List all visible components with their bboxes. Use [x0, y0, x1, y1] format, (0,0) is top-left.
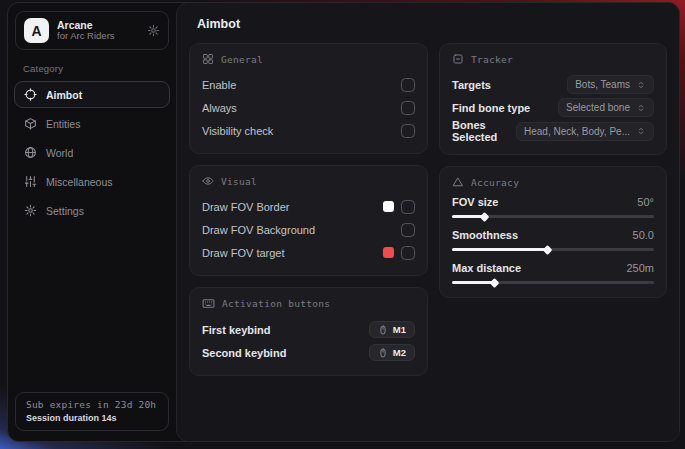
- entities-icon: [24, 117, 37, 130]
- slider-thumb[interactable]: [490, 278, 500, 288]
- visibility-check-checkbox[interactable]: [401, 124, 415, 138]
- sidebar: A Arcane for Arc Riders Category Aimbot: [8, 3, 176, 441]
- visual-card: Visual Draw FOV Border Draw FOV Backgrou…: [189, 165, 428, 276]
- sidebar-item-aimbot[interactable]: Aimbot: [14, 81, 170, 108]
- sidebar-item-settings[interactable]: Settings: [14, 197, 170, 224]
- setting-label: Always: [202, 102, 237, 114]
- sidebar-item-label: Miscellaneous: [46, 176, 113, 188]
- setting-row: First keybind M1: [202, 318, 415, 341]
- app-title-block: Arcane for Arc Riders: [57, 19, 139, 42]
- setting-label: Smoothness: [452, 229, 518, 241]
- setting-label: Draw FOV Background: [202, 224, 315, 236]
- fov-size-slider[interactable]: [452, 215, 654, 218]
- setting-label: Targets: [452, 79, 491, 91]
- setting-row: Enable: [202, 73, 415, 96]
- general-card: General Enable Always Visibility check: [189, 43, 428, 154]
- second-keybind-button[interactable]: M2: [369, 344, 415, 361]
- keybind-value: M2: [393, 347, 406, 358]
- sidebar-item-entities[interactable]: Entities: [14, 110, 170, 137]
- chevrons-up-down-icon: [636, 126, 646, 136]
- setting-label: First keybind: [202, 324, 270, 336]
- dropdown-value: Bots, Teams: [575, 79, 630, 90]
- sidebar-item-label: Entities: [46, 118, 80, 130]
- sidebar-item-miscellaneous[interactable]: Miscellaneous: [14, 168, 170, 195]
- setting-row: Find bone type Selected bone: [452, 96, 654, 119]
- fov-size-setting: FOV size 50°: [452, 196, 654, 218]
- setting-label: Bones Selected: [452, 119, 516, 143]
- bones-selected-dropdown[interactable]: Head, Neck, Body, Pe...: [516, 122, 654, 141]
- slider-value: 50°: [637, 196, 654, 208]
- sidebar-item-label: Aimbot: [46, 89, 82, 101]
- keybind-value: M1: [393, 324, 406, 335]
- fov-border-color-swatch[interactable]: [383, 201, 394, 212]
- globe-icon: [24, 146, 37, 159]
- setting-label: FOV size: [452, 196, 498, 208]
- setting-row: Draw FOV target: [202, 241, 415, 264]
- always-checkbox[interactable]: [401, 101, 415, 115]
- fov-target-color-swatch[interactable]: [383, 247, 394, 258]
- triangle-icon: [452, 176, 464, 188]
- targets-dropdown[interactable]: Bots, Teams: [567, 75, 654, 94]
- mouse-icon: [378, 348, 388, 358]
- setting-row: Visibility check: [202, 119, 415, 142]
- max-distance-slider[interactable]: [452, 281, 654, 284]
- max-distance-setting: Max distance 250m: [452, 262, 654, 284]
- find-bone-type-dropdown[interactable]: Selected bone: [558, 98, 654, 117]
- enable-checkbox[interactable]: [401, 78, 415, 92]
- slider-value: 250m: [626, 262, 654, 274]
- setting-row: Second keybind M2: [202, 341, 415, 364]
- crosshair-icon: [24, 88, 37, 101]
- setting-row: Always: [202, 96, 415, 119]
- chevrons-up-down-icon: [636, 103, 646, 113]
- activation-card: Activation buttons First keybind M1 Seco…: [189, 287, 428, 376]
- chevrons-up-down-icon: [636, 80, 646, 90]
- card-title: Activation buttons: [222, 298, 330, 309]
- draw-fov-target-checkbox[interactable]: [401, 246, 415, 260]
- app-subtitle: for Arc Riders: [57, 31, 139, 42]
- accuracy-card: Accuracy FOV size 50°: [439, 166, 667, 298]
- draw-fov-border-checkbox[interactable]: [401, 200, 415, 214]
- tracker-card: Tracker Targets Bots, Teams Find bone ty…: [439, 43, 667, 155]
- card-title: Tracker: [471, 54, 513, 65]
- app-logo: A: [24, 18, 49, 43]
- smoothness-slider[interactable]: [452, 248, 654, 251]
- setting-label: Enable: [202, 79, 236, 91]
- page-title: Aimbot: [197, 17, 667, 31]
- dropdown-value: Selected bone: [566, 102, 630, 113]
- draw-fov-background-checkbox[interactable]: [401, 223, 415, 237]
- grid-icon: [202, 53, 214, 65]
- setting-row: Bones Selected Head, Neck, Body, Pe...: [452, 119, 654, 143]
- dropdown-value: Head, Neck, Body, Pe...: [524, 126, 630, 137]
- setting-label: Second keybind: [202, 347, 286, 359]
- scan-icon: [452, 53, 464, 65]
- eye-icon: [202, 175, 214, 187]
- app-logo-card: A Arcane for Arc Riders: [15, 11, 169, 50]
- session-duration-text: Session duration 14s: [26, 413, 158, 423]
- setting-row: Draw FOV Border: [202, 195, 415, 218]
- smoothness-setting: Smoothness 50.0: [452, 229, 654, 251]
- mouse-icon: [378, 325, 388, 335]
- gear-icon: [24, 204, 37, 217]
- slider-thumb[interactable]: [480, 212, 490, 222]
- sidebar-item-world[interactable]: World: [14, 139, 170, 166]
- setting-row: Draw FOV Background: [202, 218, 415, 241]
- slider-value: 50.0: [633, 229, 654, 241]
- sidebar-item-label: Settings: [46, 205, 84, 217]
- setting-label: Find bone type: [452, 102, 530, 114]
- card-title: Visual: [221, 176, 257, 187]
- sidebar-nav: Aimbot Entities World Miscellaneous: [14, 81, 170, 224]
- sidebar-item-label: World: [46, 147, 73, 159]
- setting-label: Max distance: [452, 262, 521, 274]
- setting-label: Visibility check: [202, 125, 273, 137]
- sliders-icon: [24, 175, 37, 188]
- setting-label: Draw FOV target: [202, 247, 285, 259]
- setting-row: Targets Bots, Teams: [452, 73, 654, 96]
- first-keybind-button[interactable]: M1: [369, 321, 415, 338]
- card-title: Accuracy: [471, 177, 519, 188]
- slider-thumb[interactable]: [542, 245, 552, 255]
- gear-icon[interactable]: [147, 24, 160, 37]
- card-title: General: [221, 54, 263, 65]
- category-label: Category: [23, 63, 170, 74]
- app-window: A Arcane for Arc Riders Category Aimbot: [7, 2, 680, 442]
- setting-label: Draw FOV Border: [202, 201, 289, 213]
